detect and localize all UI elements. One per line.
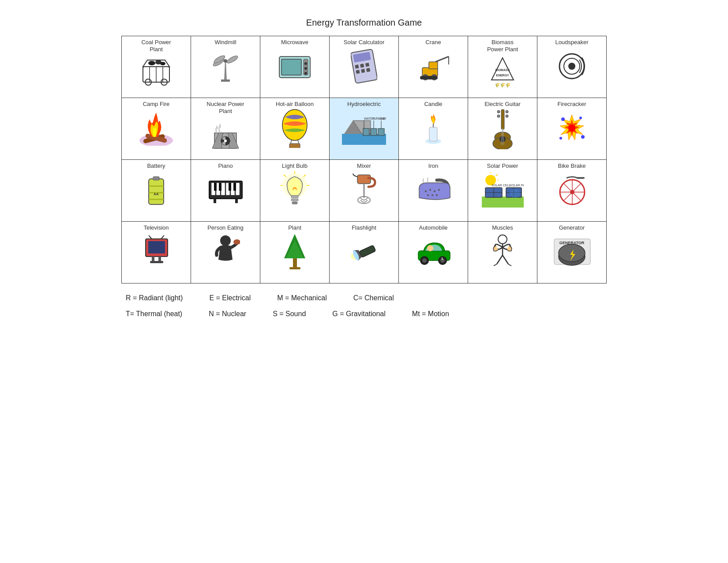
svg-rect-103 <box>214 183 217 191</box>
cell-2-2: Light Bulb <box>260 160 330 222</box>
cell-3-5: Muscles <box>468 222 537 283</box>
legend-mechanical: M = Mechanical <box>277 294 327 302</box>
cell-icon-battery: AA <box>124 171 189 209</box>
cell-label-3-5: Muscles <box>470 224 535 231</box>
svg-point-121 <box>425 190 427 192</box>
svg-rect-24 <box>355 64 359 68</box>
svg-text:GENERATOR: GENERATOR <box>380 117 386 120</box>
svg-rect-31 <box>429 62 438 69</box>
svg-text:AA: AA <box>154 192 159 196</box>
cell-1-6: Firecracker <box>537 98 607 160</box>
legend-radiant: R = Radiant (light) <box>126 294 183 302</box>
cell-icon-loudspeaker <box>539 48 604 85</box>
cell-0-4: Crane <box>399 36 468 98</box>
svg-point-4 <box>160 62 165 65</box>
svg-rect-28 <box>361 69 365 73</box>
cell-2-4: Iron <box>399 160 468 222</box>
svg-line-32 <box>435 57 449 62</box>
page-title: Energy Transformation Game <box>121 18 607 28</box>
svg-point-89 <box>559 137 562 140</box>
svg-point-170 <box>427 245 433 251</box>
svg-rect-70 <box>429 127 437 141</box>
svg-rect-29 <box>366 68 370 72</box>
svg-rect-61 <box>371 128 377 136</box>
cell-label-3-3: Flashlight <box>331 224 397 231</box>
svg-rect-72 <box>501 110 504 129</box>
cell-3-0: Television <box>122 222 191 283</box>
cell-label-1-4: Candle <box>401 101 466 108</box>
svg-rect-102 <box>236 183 240 195</box>
svg-rect-163 <box>359 245 376 257</box>
svg-text:ENERGY: ENERGY <box>496 74 509 77</box>
cell-2-0: Battery AA <box>122 160 191 222</box>
svg-text:🌾🌾🌾: 🌾🌾🌾 <box>495 82 511 88</box>
svg-line-152 <box>149 235 152 239</box>
svg-point-73 <box>497 110 500 113</box>
cell-label-0-1: Windmill <box>193 39 258 46</box>
svg-point-21 <box>304 72 307 75</box>
svg-line-176 <box>494 264 497 266</box>
cell-label-3-4: Automobile <box>401 224 466 231</box>
cell-label-1-6: Firecracker <box>539 101 604 108</box>
svg-point-2 <box>148 61 155 65</box>
svg-rect-151 <box>148 241 165 253</box>
cell-icon-bikebrake <box>539 171 604 209</box>
legend-motion: Mt = Motion <box>412 310 449 318</box>
svg-rect-104 <box>219 183 221 191</box>
cell-label-0-4: Crane <box>401 39 466 46</box>
cell-icon-lightbulb <box>262 171 327 209</box>
legend-row-2: T= Thermal (heat) N = Nuclear S = Sound … <box>126 310 602 318</box>
svg-point-141 <box>510 189 520 198</box>
cell-icon-eating <box>193 233 258 271</box>
svg-point-52 <box>224 140 227 142</box>
svg-rect-132 <box>482 196 524 208</box>
svg-rect-17 <box>281 59 301 75</box>
svg-rect-90 <box>149 179 164 204</box>
svg-rect-156 <box>150 261 163 263</box>
energy-grid: Coal Power Plant Windmill <box>121 36 607 283</box>
svg-point-122 <box>429 189 431 191</box>
cell-icon-campfire <box>124 110 189 147</box>
cell-label-1-5: Electric Guitar <box>470 101 535 108</box>
cell-3-2: Plant <box>260 222 330 283</box>
cell-icon-generator: GENERATOR <box>539 233 604 271</box>
svg-point-125 <box>427 194 429 196</box>
svg-line-174 <box>497 255 503 264</box>
cell-3-3: Flashlight <box>330 222 399 283</box>
svg-point-46 <box>568 63 575 70</box>
cell-label-2-5: Solar Power <box>470 162 535 170</box>
legend-thermal: T= Thermal (heat) <box>126 310 182 318</box>
legend-gravitational: G = Gravitational <box>332 310 386 318</box>
svg-point-123 <box>434 190 435 192</box>
svg-rect-118 <box>357 175 371 184</box>
svg-text:BIOMASS: BIOMASS <box>495 68 510 72</box>
svg-text:SOLAR PANEL: SOLAR PANEL <box>510 184 524 187</box>
svg-line-177 <box>508 264 511 266</box>
cell-icon-iron <box>401 171 466 209</box>
svg-text:1: 1 <box>441 257 443 261</box>
svg-rect-27 <box>356 70 360 74</box>
legend: R = Radiant (light) E = Electrical M = M… <box>121 294 607 318</box>
cell-icon-windmill <box>193 48 258 85</box>
svg-point-126 <box>432 194 433 196</box>
svg-point-157 <box>220 235 231 246</box>
cell-label-0-3: Solar Calculator <box>331 39 397 46</box>
cell-label-1-1: Nuclear Power Plant <box>193 101 258 114</box>
svg-point-124 <box>438 189 440 191</box>
svg-rect-108 <box>235 199 238 203</box>
cell-label-1-0: Camp Fire <box>124 101 189 108</box>
cell-2-6: Bike Brake <box>537 160 607 222</box>
svg-line-111 <box>304 175 306 177</box>
svg-point-168 <box>422 258 427 263</box>
cell-label-0-2: Microwave <box>262 39 327 46</box>
legend-nuclear: N = Nuclear <box>209 310 246 318</box>
cell-1-2: Hot-air Balloon <box>260 98 330 160</box>
cell-0-2: Microwave <box>260 36 330 98</box>
cell-icon-nuclear <box>193 116 258 154</box>
cell-icon-calculator <box>331 48 397 85</box>
cell-3-6: Generator GENERATOR <box>537 222 607 283</box>
cell-icon-automobile: 1 <box>401 233 466 271</box>
svg-point-13 <box>226 54 239 64</box>
cell-icon-television <box>124 233 189 271</box>
cell-icon-guitar <box>470 110 535 147</box>
